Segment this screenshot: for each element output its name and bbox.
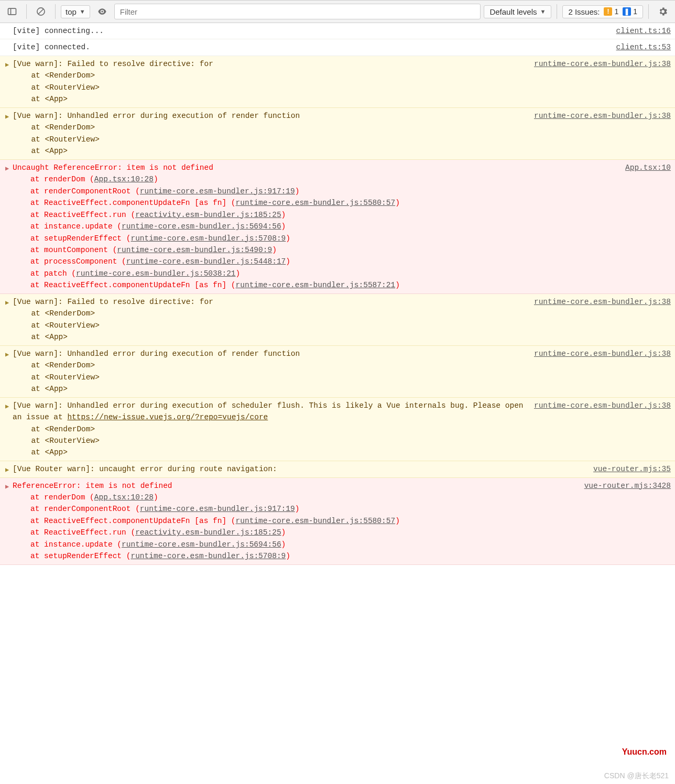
- source-link[interactable]: runtime-core.esm-bundler.js:38: [534, 110, 671, 122]
- source-link[interactable]: runtime-core.esm-bundler.js:5694:56: [122, 222, 281, 231]
- live-expression-button[interactable]: [93, 4, 111, 19]
- message-body: [Vue warn]: Unhandled error during execu…: [13, 110, 528, 157]
- issues-label: 2 Issues:: [568, 7, 600, 16]
- issues-button[interactable]: 2 Issues: !1 ❚1: [562, 5, 643, 18]
- stack-frame: at ReactiveEffect.run (reactivity.esm-bu…: [13, 527, 578, 538]
- expand-arrow-icon[interactable]: ▶: [5, 58, 13, 70]
- stack-frame: at setupRenderEffect (runtime-core.esm-b…: [13, 550, 578, 562]
- stack-frame: at renderDom (App.tsx:10:28): [13, 492, 578, 503]
- console-row: ▶[Vue Router warn]: uncaught error durin…: [0, 461, 675, 478]
- source-link[interactable]: runtime-core.esm-bundler.js:38: [534, 348, 671, 360]
- levels-label: Default levels: [489, 7, 537, 16]
- issues-info-count: 1: [633, 7, 637, 16]
- expand-arrow-icon[interactable]: ▶: [5, 480, 13, 492]
- source-link[interactable]: vue-router.mjs:3428: [584, 480, 671, 492]
- log-levels-select[interactable]: Default levels ▼: [484, 5, 551, 18]
- warning-badge-icon: !: [604, 7, 612, 16]
- source-link[interactable]: App.tsx:10:28: [94, 175, 154, 183]
- stack-frame: at ReactiveEffect.componentUpdateFn [as …: [13, 279, 619, 291]
- filter-input[interactable]: [114, 4, 481, 19]
- stack-frame: at processComponent (runtime-core.esm-bu…: [13, 256, 619, 267]
- context-label: top: [66, 7, 77, 16]
- stack-frame: at <RenderDom>: [13, 423, 528, 435]
- warning-message: [Vue warn]: Unhandled error during execu…: [13, 401, 528, 421]
- error-message: Uncaught ReferenceError: item is not def…: [13, 162, 619, 173]
- console-row: ▶[Vue warn]: Failed to resolve directive…: [0, 56, 675, 108]
- stack-frame: at renderDom (App.tsx:10:28): [13, 173, 619, 185]
- stack-frame: at setupRenderEffect (runtime-core.esm-b…: [13, 233, 619, 244]
- info-badge-icon: ❚: [623, 7, 631, 16]
- stack-frame: at <RouterView>: [13, 372, 528, 383]
- source-link[interactable]: runtime-core.esm-bundler.js:5038:21: [76, 269, 236, 278]
- warning-message: [Vue Router warn]: uncaught error during…: [13, 465, 277, 473]
- stack-frame: at ReactiveEffect.componentUpdateFn [as …: [13, 197, 619, 209]
- console-toolbar: top ▼ Default levels ▼ 2 Issues: !1 ❚1: [0, 0, 675, 23]
- source-link[interactable]: runtime-core.esm-bundler.js:38: [534, 400, 671, 411]
- source-link[interactable]: runtime-core.esm-bundler.js:5490:9: [117, 246, 272, 254]
- chevron-down-icon: ▼: [80, 8, 85, 15]
- stack-frame: at <App>: [13, 383, 528, 395]
- expand-arrow-icon[interactable]: [5, 25, 13, 27]
- stack-frame: at <App>: [13, 93, 528, 105]
- warning-message: [Vue warn]: Unhandled error during execu…: [13, 112, 304, 120]
- console-row: ▶ReferenceError: item is not definedat r…: [0, 478, 675, 565]
- expand-arrow-icon[interactable]: ▶: [5, 110, 13, 122]
- message-body: [Vue warn]: Failed to resolve directive:…: [13, 58, 528, 105]
- source-link[interactable]: runtime-core.esm-bundler.js:5580:57: [236, 517, 396, 525]
- source-link[interactable]: runtime-core.esm-bundler.js:5708:9: [130, 552, 286, 560]
- expand-arrow-icon[interactable]: ▶: [5, 400, 13, 412]
- source-link[interactable]: runtime-core.esm-bundler.js:38: [534, 296, 671, 308]
- source-link[interactable]: runtime-core.esm-bundler.js:917:19: [140, 505, 295, 513]
- source-link[interactable]: App.tsx:10:28: [94, 493, 154, 502]
- message-body: [vite] connecting...: [13, 25, 610, 37]
- svg-line-3: [38, 9, 43, 14]
- svg-rect-0: [8, 8, 16, 15]
- message-body: [Vue warn]: Unhandled error during execu…: [13, 400, 528, 459]
- source-link[interactable]: runtime-core.esm-bundler.js:5587:21: [236, 281, 396, 289]
- svg-point-4: [101, 10, 103, 12]
- expand-arrow-icon[interactable]: ▶: [5, 348, 13, 360]
- execution-context-select[interactable]: top ▼: [61, 5, 90, 18]
- source-link[interactable]: reactivity.esm-bundler.js:185:25: [135, 528, 281, 537]
- settings-button[interactable]: [654, 4, 672, 19]
- stack-frame: at <RouterView>: [13, 320, 528, 331]
- warning-message: [Vue warn]: Unhandled error during execu…: [13, 350, 304, 358]
- sidebar-toggle-button[interactable]: [3, 4, 21, 19]
- expand-arrow-icon[interactable]: ▶: [5, 296, 13, 308]
- source-link[interactable]: runtime-core.esm-bundler.js:5694:56: [122, 540, 281, 549]
- console-output: [vite] connecting...client.ts:16[vite] c…: [0, 23, 675, 565]
- source-link[interactable]: runtime-core.esm-bundler.js:5708:9: [130, 234, 286, 243]
- source-link[interactable]: App.tsx:10: [625, 162, 671, 173]
- expand-arrow-icon[interactable]: ▶: [5, 162, 13, 174]
- stack-frame: at renderComponentRoot (runtime-core.esm…: [13, 186, 619, 197]
- stack-frame: at <App>: [13, 447, 528, 458]
- message-body: Uncaught ReferenceError: item is not def…: [13, 162, 619, 291]
- warning-message: [Vue warn]: Failed to resolve directive:…: [13, 298, 218, 306]
- issue-link[interactable]: https://new-issue.vuejs.org/?repo=vuejs/…: [67, 413, 268, 421]
- message-body: [Vue warn]: Unhandled error during execu…: [13, 348, 528, 395]
- source-link[interactable]: runtime-core.esm-bundler.js:5580:57: [236, 199, 396, 207]
- console-row: ▶Uncaught ReferenceError: item is not de…: [0, 160, 675, 294]
- expand-arrow-icon[interactable]: [5, 41, 13, 43]
- stack-frame: at <RenderDom>: [13, 360, 528, 371]
- source-link[interactable]: client.ts:16: [616, 25, 671, 37]
- console-row: ▶[Vue warn]: Unhandled error during exec…: [0, 398, 675, 461]
- source-link[interactable]: client.ts:53: [616, 41, 671, 53]
- source-link[interactable]: runtime-core.esm-bundler.js:917:19: [140, 187, 295, 195]
- stack-frame: at renderComponentRoot (runtime-core.esm…: [13, 503, 578, 515]
- source-link[interactable]: reactivity.esm-bundler.js:185:25: [135, 211, 281, 219]
- stack-frame: at instance.update (runtime-core.esm-bun…: [13, 539, 578, 550]
- console-row: ▶[Vue warn]: Failed to resolve directive…: [0, 294, 675, 346]
- source-link[interactable]: vue-router.mjs:35: [593, 463, 671, 475]
- stack-frame: at <App>: [13, 145, 528, 157]
- source-link[interactable]: runtime-core.esm-bundler.js:38: [534, 58, 671, 70]
- stack-frame: at <RenderDom>: [13, 122, 528, 133]
- clear-console-button[interactable]: [32, 4, 50, 19]
- source-link[interactable]: runtime-core.esm-bundler.js:5448:17: [126, 257, 286, 266]
- stack-frame: at instance.update (runtime-core.esm-bun…: [13, 221, 619, 232]
- expand-arrow-icon[interactable]: ▶: [5, 463, 13, 475]
- message-body: [vite] connected.: [13, 41, 610, 53]
- console-row: [vite] connected.client.ts:53: [0, 39, 675, 56]
- warning-message: [Vue warn]: Failed to resolve directive:…: [13, 60, 218, 68]
- stack-frame: at <RouterView>: [13, 134, 528, 145]
